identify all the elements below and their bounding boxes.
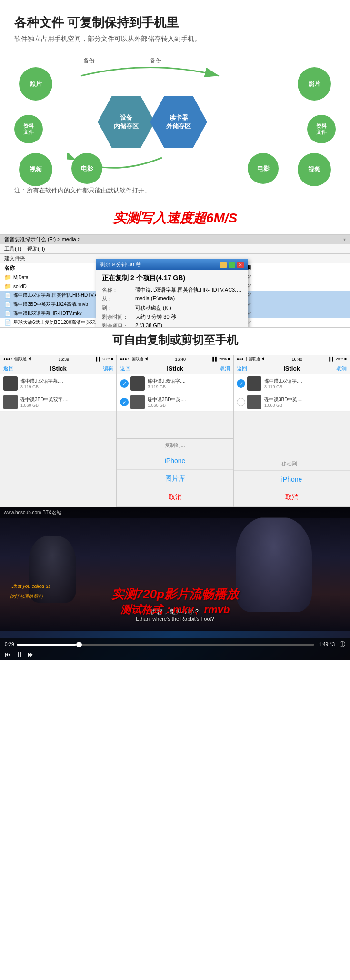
video-controls: 0:29 -1:49:43 ⓘ ⏮ ⏸ ⏭ <box>0 638 350 660</box>
edit-btn-3[interactable]: 取消 <box>336 365 347 372</box>
app-title-3: iStick <box>283 365 300 372</box>
uncheck-icon <box>237 398 245 406</box>
dialog-body: 正在复制 2 个项目(4.17 GB) 名称： 碟中谍.I.双语字幕.国英音轨.… <box>96 270 248 328</box>
video-section: www.bdsoub.com BT&名站 ...that you called … <box>0 507 350 660</box>
action-sheet-cancel-btn-3[interactable]: 取消 <box>234 488 350 507</box>
phone-file-item[interactable]: ✓ 碟中谍.I.双语字.... 3.119 GB <box>117 374 233 393</box>
phone-file-item[interactable]: 碟中谍3BD中英.... 1.060 GB <box>234 393 350 412</box>
speed-overlay-line1: 实测720p影片流畅播放 <box>0 586 350 603</box>
dialog-minimize-btn[interactable] <box>220 262 227 268</box>
dialog-dest-row: 到： 可移动磁盘 (K:) <box>102 304 242 312</box>
folder-icon: 📁 <box>4 274 11 281</box>
note-section: 注：所有在软件内的文件都只能由默认软件打开。 <box>0 182 350 204</box>
diagram-container: 备份 备份 照片 资料文件 视频 电影 设备内储存区 读卡器外储存区 照片 资料… <box>10 53 340 177</box>
video-play-btn[interactable]: ⏸ <box>16 650 23 658</box>
back-btn-1[interactable]: 返回 <box>3 365 14 372</box>
edit-btn-1[interactable]: 编辑 <box>103 365 113 372</box>
node-data-left: 资料文件 <box>14 115 43 143</box>
action-sheet-title-3: 移动到... <box>234 457 350 471</box>
file-manager: 音音要准绿示什么 (F:) > media > ▾ 工具(T) 帮助(H) 建文… <box>0 234 350 328</box>
speed-title: 实测写入速度超6M/S <box>14 209 336 227</box>
fm-menu-tools[interactable]: 工具(T) <box>4 245 21 253</box>
phone-section: ●●● 中国联通 ◀ 16:39 ▌▌ 28% ■ 返回 iStick 编辑 碟… <box>0 355 350 507</box>
phone-panel-3: ●●● 中国联通 ◀ 16:40 ▌▌ 28% ■ 返回 iStick 取消 ✓… <box>233 355 350 507</box>
copy-dialog: 剩余 9 分钟 30 秒 ✕ 正在复制 2 个项目(4.17 GB) 名称： 碟… <box>96 259 248 328</box>
node-photo-left: 照片 <box>19 67 52 101</box>
phone-nav-2: 返回 iStick 取消 <box>117 363 233 374</box>
fm-menubar[interactable]: 工具(T) 帮助(H) <box>0 244 350 254</box>
action-sheet-2: 复制到... iPhone 图片库 取消 <box>117 438 233 507</box>
fm-new-folder-btn[interactable]: 建文件夹 <box>4 255 25 261</box>
phone-file-name: 碟中谍.I.双语字幕.... <box>20 378 78 384</box>
video-prev-btn[interactable]: ⏮ <box>5 650 11 658</box>
video-progress-fill <box>17 644 76 646</box>
video-next-btn[interactable]: ⏭ <box>28 650 34 658</box>
node-movie-right: 电影 <box>248 153 279 184</box>
file-thumbnail <box>3 376 18 391</box>
arrow-bottom <box>67 153 176 179</box>
file-thumbnail <box>130 395 145 409</box>
phone-file-size: 1.060 GB <box>20 403 113 408</box>
video-time-total: -1:49:43 <box>317 642 335 647</box>
node-reader: 读卡器外储存区 <box>150 96 207 148</box>
file-thumbnail <box>3 395 18 409</box>
back-btn-2[interactable]: 返回 <box>120 365 130 372</box>
phone-status-bar-3: ●●● 中国联通 ◀ 16:40 ▌▌ 28% ■ <box>234 355 350 363</box>
phone-status-bar-2: ●●● 中国联通 ◀ 16:40 ▌▌ 28% ■ <box>117 355 233 363</box>
header-section: 各种文件 可复制保持到手机里 软件独立占用手机空间，部分文件可以从外部储存转入到… <box>0 0 350 48</box>
video-top-bar: www.bdsoub.com BT&名站 <box>0 507 350 518</box>
phone-panel-2: ●●● 中国联通 ◀ 16:40 ▌▌ 28% ■ 返回 iStick 取消 ✓… <box>117 355 233 507</box>
page-subtitle: 软件独立占用手机空间，部分文件可以从外部储存转入到手机。 <box>14 35 336 43</box>
backup-label-right: 备份 <box>150 57 161 65</box>
video-progress-thumb[interactable] <box>76 642 82 647</box>
file-icon: 📄 <box>4 319 11 326</box>
dialog-remaining-row: 剩余时间： 大约 9 分钟 30 秒 <box>102 313 242 321</box>
phone-file-item[interactable]: ✓ 碟中谍.I.双语字.... 3.119 GB <box>234 374 350 393</box>
backup-label-left: 备份 <box>83 57 95 65</box>
node-data-right: 资料文件 <box>307 115 336 143</box>
file-icon: 📄 <box>4 292 11 299</box>
video-top-text: www.bdsoub.com BT&名站 <box>4 509 61 516</box>
diagram-section: 备份 备份 照片 资料文件 视频 电影 设备内储存区 读卡器外储存区 照片 资料… <box>0 48 350 182</box>
phone-file-item[interactable]: ✓ 碟中谍3BD中英.... 1.060 GB <box>117 393 233 412</box>
video-time-current: 0:29 <box>5 642 14 647</box>
phone-panel-1: ●●● 中国联通 ◀ 16:39 ▌▌ 28% ■ 返回 iStick 编辑 碟… <box>0 355 117 507</box>
video-progress-bar[interactable] <box>17 644 314 646</box>
check-icon: ✓ <box>120 379 129 388</box>
phone-file-item[interactable]: 碟中谍3BD中英双字.... 1.060 GB <box>0 393 116 412</box>
copy-section: 可自由复制或剪切至手机 <box>0 328 350 355</box>
fm-menu-help[interactable]: 帮助(H) <box>27 245 45 253</box>
dialog-main-title: 正在复制 2 个项目(4.17 GB) <box>102 274 242 283</box>
check-icon: ✓ <box>237 379 245 388</box>
dialog-from-row: 名称： 碟中谍.I.双语字幕.国英音轨.HR-HDTV.AC3.1024X576… <box>102 286 242 293</box>
note-text: 注：所有在软件内的文件都只能由默认软件打开。 <box>14 187 150 194</box>
dialog-close-btn[interactable]: ✕ <box>237 262 244 268</box>
page-title: 各种文件 可复制保持到手机里 <box>14 14 336 31</box>
node-photo-right: 照片 <box>298 67 331 101</box>
file-thumbnail <box>247 376 261 391</box>
action-sheet-title-2: 复制到... <box>117 439 233 452</box>
file-thumbnail <box>130 376 145 391</box>
back-btn-3[interactable]: 返回 <box>237 365 247 372</box>
phone-status-bar-1: ●●● 中国联通 ◀ 16:39 ▌▌ 28% ■ <box>0 355 116 363</box>
edit-btn-2[interactable]: 取消 <box>220 365 230 372</box>
file-icon: 📄 <box>4 310 11 317</box>
app-title-2: iStick <box>167 365 183 372</box>
phone-nav-1: 返回 iStick 编辑 <box>0 363 116 374</box>
phone-file-item[interactable]: 碟中谍.I.双语字幕.... 3.119 GB <box>0 374 116 393</box>
dialog-maximize-btn[interactable] <box>229 262 235 268</box>
node-device: 设备内储存区 <box>98 96 155 148</box>
action-sheet-iphone-btn-3[interactable]: iPhone <box>234 471 350 488</box>
node-video-left: 视频 <box>19 153 52 186</box>
copy-title: 可自由复制或剪切至手机 <box>14 333 336 348</box>
speed-section: 实测写入速度超6M/S <box>0 204 350 234</box>
action-sheet-cancel-btn-2[interactable]: 取消 <box>117 488 233 507</box>
dialog-titlebar: 剩余 9 分钟 30 秒 ✕ <box>96 259 248 270</box>
action-sheet-iphone-btn-2[interactable]: iPhone <box>117 452 233 470</box>
app-title-1: iStick <box>50 365 67 372</box>
phone-nav-3: 返回 iStick 取消 <box>234 363 350 374</box>
video-progress: 0:29 -1:49:43 ⓘ <box>5 640 345 648</box>
video-info-icon[interactable]: ⓘ <box>340 640 345 648</box>
action-sheet-photos-btn-2[interactable]: 图片库 <box>117 470 233 488</box>
dialog-to-row: 从： media (F:\media) <box>102 295 242 303</box>
